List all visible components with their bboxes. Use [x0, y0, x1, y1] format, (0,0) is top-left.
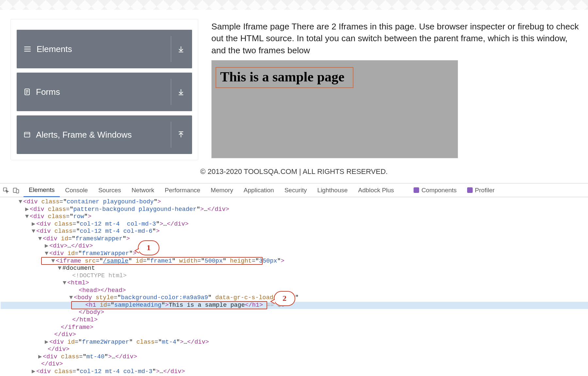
tab-security[interactable]: Security: [279, 183, 312, 197]
dom-node[interactable]: <head></head>: [1, 287, 588, 295]
sidebar-divider: [171, 122, 171, 148]
sidebar-divider: [171, 79, 171, 105]
menu-icon: [23, 45, 32, 53]
sidebar-item-alerts-frame-windows[interactable]: Alerts, Frame & Windows: [17, 115, 192, 154]
pattern-header: [0, 0, 588, 10]
sidebar-item-label: Elements: [37, 44, 72, 54]
dom-node[interactable]: </div>: [1, 346, 588, 353]
page-description: Sample Iframe page There are 2 Iframes i…: [211, 21, 581, 56]
dom-node[interactable]: <h1 id="sampleHeading">This is a sample …: [1, 302, 588, 309]
chevron-down-icon: [177, 45, 185, 53]
devtools-panel: Elements Console Sources Network Perform…: [0, 183, 588, 376]
tab-memory[interactable]: Memory: [205, 183, 238, 197]
dom-node[interactable]: ▶<div>…</div>: [1, 243, 588, 250]
inspect-icon[interactable]: [3, 187, 9, 194]
dom-node[interactable]: ▶<div class="col-12 mt-4 col-md-3">…</di…: [1, 368, 588, 376]
dom-node[interactable]: ▼<div class="col-12 mt-4 col-md-6">: [1, 228, 588, 235]
dom-node[interactable]: ▶<div class="col-12 mt-4 col-md-3">…</di…: [1, 221, 588, 228]
tab-lighthouse[interactable]: Lighthouse: [312, 183, 353, 197]
tab-application[interactable]: Application: [238, 183, 279, 197]
tab-components[interactable]: Components: [408, 183, 462, 197]
dom-node[interactable]: ▼<div id="frame1Wrapper">: [1, 250, 588, 258]
tab-performance[interactable]: Performance: [159, 183, 205, 197]
dom-node[interactable]: </iframe>: [1, 324, 588, 332]
dom-node[interactable]: ▼#document: [1, 265, 588, 272]
dom-node[interactable]: </body>: [1, 309, 588, 316]
dom-node[interactable]: ▶<div class="pattern-backgound playgound…: [1, 206, 588, 214]
dom-node[interactable]: ▼<iframe src="/sample" id="frame1" width…: [1, 258, 588, 265]
react-ext-icon: [467, 187, 473, 193]
iframe-heading: This is a sample page: [220, 69, 344, 85]
tab-profiler[interactable]: Profiler: [462, 183, 500, 197]
chevron-down-icon: [177, 88, 185, 96]
sidebar: Elements Forms Alerts, Frame & Windows: [10, 19, 198, 160]
dom-node[interactable]: ▼<div class="container playgound-body">: [1, 198, 588, 206]
main-content: Sample Iframe page There are 2 Iframes i…: [211, 19, 581, 160]
dom-node[interactable]: ▶<div class="mt-40">…</div>: [1, 353, 588, 361]
tab-network[interactable]: Network: [126, 183, 160, 197]
clipboard-icon: [23, 88, 31, 96]
device-toggle-icon[interactable]: [12, 187, 20, 194]
highlight-box-heading: This is a sample page: [216, 67, 353, 88]
dom-node[interactable]: ▼<div class="row">: [1, 213, 588, 221]
sidebar-item-label: Forms: [36, 87, 60, 97]
dom-node[interactable]: </div>: [1, 331, 588, 339]
footer-text: © 2013-2020 TOOLSQA.COM | ALL RIGHTS RES…: [0, 160, 588, 183]
sidebar-item-elements[interactable]: Elements: [17, 30, 192, 68]
sidebar-item-label: Alerts, Frame & Windows: [36, 130, 132, 140]
devtools-tabbar: Elements Console Sources Network Perform…: [0, 183, 588, 197]
annotation-callout: 2: [274, 291, 295, 306]
iframe-frame1[interactable]: This is a sample page: [211, 60, 458, 158]
sidebar-divider: [171, 36, 171, 62]
react-ext-icon: [414, 187, 419, 193]
svg-rect-17: [16, 189, 19, 193]
tab-console[interactable]: Console: [60, 183, 93, 197]
annotation-callout: 1: [138, 240, 159, 255]
dom-tree[interactable]: ▼<div class="container playgound-body">▶…: [0, 197, 588, 376]
dom-node[interactable]: </html>: [1, 316, 588, 324]
window-icon: [23, 131, 31, 138]
dom-node[interactable]: ▼<div id="framesWrapper">: [1, 235, 588, 243]
svg-rect-11: [24, 132, 30, 137]
dom-node[interactable]: ▶<div id="frame2Wrapper" class="mt-4">…<…: [1, 339, 588, 346]
sidebar-item-forms[interactable]: Forms: [17, 73, 192, 111]
dom-node[interactable]: </div>: [1, 361, 588, 368]
chevron-up-icon: [177, 131, 185, 139]
dom-node[interactable]: <!DOCTYPE html>: [1, 272, 588, 280]
tab-adblock-plus[interactable]: Adblock Plus: [353, 183, 399, 197]
tab-sources[interactable]: Sources: [93, 183, 126, 197]
tab-elements[interactable]: Elements: [24, 183, 60, 197]
page-body: Elements Forms Alerts, Frame & Windows: [0, 10, 588, 160]
dom-node[interactable]: ▼<html>: [1, 280, 588, 287]
